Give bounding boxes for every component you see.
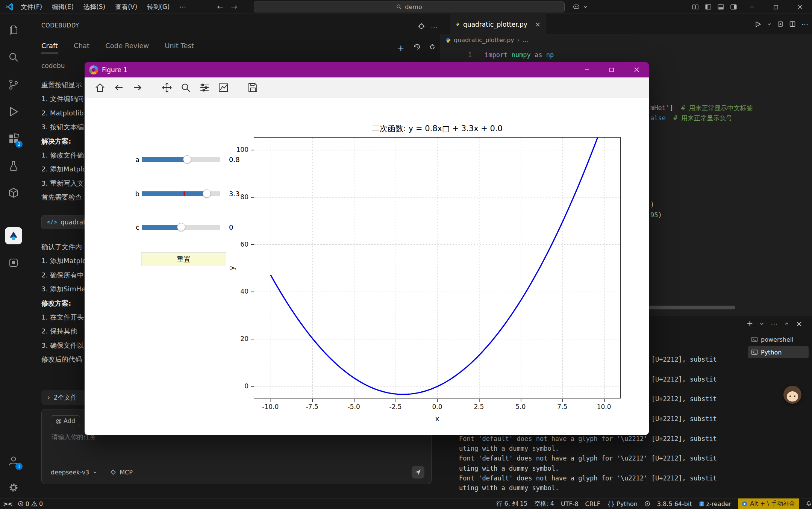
sidebar-item-codebuddy[interactable] <box>0 224 27 248</box>
target-icon[interactable] <box>418 23 425 30</box>
cursor-position[interactable]: 行 6, 列 15 <box>496 500 527 508</box>
slider-init-marker <box>183 191 185 196</box>
terminal-line: Font 'default' does not have a glyph for… <box>459 473 739 483</box>
nav-forward-button[interactable]: → <box>227 2 241 11</box>
code-icon: </> <box>47 219 57 226</box>
code-line[interactable]: import numpy as np <box>485 50 554 60</box>
toggle-panel-icon[interactable] <box>714 0 727 14</box>
chevron-down-icon[interactable] <box>767 23 771 26</box>
tab-chat[interactable]: Chat <box>74 42 89 53</box>
sidebar-item-explorer[interactable] <box>0 18 27 42</box>
slider-b-handle[interactable] <box>203 189 211 198</box>
sidebar-item-testing[interactable] <box>0 154 27 178</box>
figure-window[interactable]: Figure 1 二次函数: y = 0.8x□ + 3.3x + 0.0 a <box>85 62 649 435</box>
sidebar-item-account[interactable]: 1 <box>0 449 27 473</box>
editor-extra-icon[interactable] <box>777 21 783 27</box>
y-tick-label: 20 <box>240 335 248 342</box>
slider-c-track[interactable] <box>142 225 220 230</box>
settings-icon[interactable] <box>429 43 436 50</box>
code-fragment: mHei'] # 用来正常显示中文标签 <box>650 103 753 113</box>
interpreter-status-icon[interactable] <box>644 501 650 507</box>
terminal-tab-python[interactable]: Python <box>748 346 809 358</box>
sidebar-item-search[interactable] <box>0 45 27 69</box>
slider-a-handle[interactable] <box>183 155 191 164</box>
encoding[interactable]: UTF-8 <box>561 500 579 507</box>
menu-more[interactable]: ⋯ <box>174 3 191 11</box>
tab-unit-test[interactable]: Unit Test <box>165 42 194 53</box>
add-context-chip[interactable]: @ Add <box>51 415 80 426</box>
more-actions-icon[interactable]: ⋯ <box>801 20 808 28</box>
close-panel-icon[interactable]: × <box>796 319 802 328</box>
sidebar-item-run-debug[interactable] <box>0 100 27 124</box>
breadcrumb-symbol[interactable]: ... <box>523 36 528 44</box>
nav-back-button[interactable]: ← <box>213 2 227 11</box>
mcp-icon <box>111 470 116 475</box>
more-actions-icon[interactable]: ⋯ <box>771 320 777 328</box>
sidebar-item-remote-explorer[interactable] <box>0 181 27 205</box>
codebuddy-logo-icon <box>5 227 22 244</box>
new-terminal-icon[interactable]: + <box>747 319 753 328</box>
assistant-avatar[interactable] <box>783 386 801 404</box>
tab-craft[interactable]: Craft <box>41 42 58 53</box>
split-editor-icon[interactable] <box>789 21 795 27</box>
slider-a-track[interactable] <box>142 157 220 162</box>
history-icon[interactable] <box>414 43 421 50</box>
notifications-bell-icon[interactable] <box>806 501 812 507</box>
chevron-down-icon[interactable] <box>582 0 589 14</box>
tab-close-icon[interactable]: × <box>535 20 541 28</box>
remote-indicator[interactable]: >< <box>3 500 12 507</box>
indentation[interactable]: 空格: 4 <box>534 500 554 508</box>
slider-b-track[interactable] <box>142 191 220 196</box>
warning-icon <box>31 501 37 507</box>
zreader-status[interactable]: z-reader <box>699 500 732 507</box>
slider-b-label: b <box>130 190 139 198</box>
eol-sequence[interactable]: CRLF <box>585 500 600 507</box>
menu-file[interactable]: 文件(F) <box>16 3 47 11</box>
sidebar-item-settings[interactable] <box>0 476 27 500</box>
more-actions-icon[interactable]: ⋯ <box>431 23 438 31</box>
slider-a-value: 0.8 <box>229 156 240 164</box>
menu-edit[interactable]: 编辑(E) <box>47 3 79 11</box>
horizontal-scrollbar[interactable] <box>645 306 735 309</box>
tab-quadratic-plotter[interactable]: quadratic_plotter.py × <box>450 14 546 34</box>
slider-b[interactable]: b 3.3 <box>130 189 240 198</box>
plot-axes[interactable] <box>254 137 621 398</box>
new-session-icon[interactable]: + <box>397 43 404 53</box>
slider-c[interactable]: c 0 <box>130 222 233 232</box>
sidebar-item-source-control[interactable] <box>0 73 27 97</box>
python-version[interactable]: 3.8.5 64-bit <box>657 500 692 507</box>
minimize-button[interactable] <box>740 0 764 14</box>
language-mode[interactable]: {}Python <box>607 500 638 507</box>
sidebar-item-extensions[interactable]: 2 <box>0 127 27 151</box>
mcp-label[interactable]: MCP <box>120 469 133 476</box>
reset-button[interactable]: 重置 <box>141 253 226 266</box>
chevron-down-icon[interactable] <box>760 323 764 325</box>
model-selector[interactable]: deepseek-v3 <box>51 469 89 476</box>
slider-a[interactable]: a 0.8 <box>130 155 240 164</box>
menu-view[interactable]: 查看(V) <box>110 3 142 11</box>
terminal-tab-powershell[interactable]: powershell <box>748 333 809 345</box>
send-button[interactable] <box>412 466 424 479</box>
run-button[interactable] <box>755 21 761 27</box>
chevron-up-icon[interactable] <box>784 322 789 325</box>
statusbar: >< 0 0 行 6, 列 15 空格: 4 UTF-8 CRLF {}Pyth… <box>0 498 812 509</box>
tab-code-review[interactable]: Code Review <box>105 42 149 53</box>
y-tick-label: 80 <box>240 193 248 201</box>
sidebar-item-plugin[interactable] <box>0 251 27 275</box>
toggle-sidebar-icon[interactable] <box>701 0 714 14</box>
menu-goto[interactable]: 转到(G) <box>142 3 174 11</box>
slider-c-handle[interactable] <box>177 223 185 231</box>
completion-status[interactable]: Alt + \ 手动补全 <box>738 498 799 509</box>
terminal-line: Font 'default' does not have a glyph for… <box>459 434 739 444</box>
breadcrumb-file[interactable]: quadratic_plotter.py <box>454 36 514 44</box>
toggle-secondary-sidebar-icon[interactable] <box>727 0 740 14</box>
close-button[interactable] <box>788 0 812 14</box>
menu-selection[interactable]: 选择(S) <box>79 3 110 11</box>
breadcrumb[interactable]: quadratic_plotter.py › ... <box>445 36 528 44</box>
maximize-button[interactable] <box>764 0 788 14</box>
command-center-search[interactable]: demo <box>254 2 565 12</box>
code-fragment: alse # 用来正常显示负号 <box>650 113 732 123</box>
problems-status[interactable]: 0 0 <box>18 500 43 507</box>
toggle-columns-icon[interactable] <box>689 0 701 14</box>
copilot-icon[interactable] <box>570 0 583 14</box>
